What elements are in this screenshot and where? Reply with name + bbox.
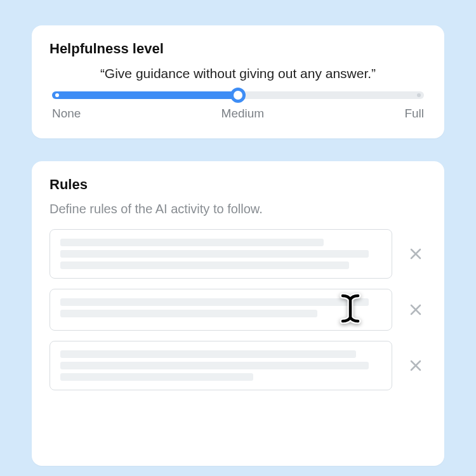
rules-list (50, 229, 426, 390)
slider-max-dot (417, 93, 421, 97)
close-icon (408, 246, 423, 261)
placeholder-line (60, 310, 317, 317)
placeholder-line (60, 239, 324, 246)
rules-subtitle: Define rules of the AI activity to follo… (50, 202, 426, 216)
close-icon (408, 358, 423, 373)
slider-min-dot (55, 93, 59, 97)
rules-title: Rules (50, 176, 426, 193)
placeholder-line (60, 350, 356, 358)
rule-row (50, 229, 426, 279)
slider-track (52, 91, 424, 99)
slider-label-full: Full (404, 107, 424, 121)
placeholder-line (60, 261, 349, 269)
remove-rule-button[interactable] (405, 355, 426, 376)
placeholder-line (60, 298, 369, 306)
rule-input[interactable] (50, 289, 392, 331)
rule-row (50, 341, 426, 390)
slider-label-medium: Medium (221, 107, 265, 121)
slider-handle[interactable] (230, 88, 246, 103)
slider-labels: None Medium Full (52, 107, 424, 121)
helpfulness-title: Helpfulness level (50, 41, 426, 57)
close-icon (408, 302, 423, 317)
placeholder-line (60, 250, 369, 258)
rules-card: Rules Define rules of the AI activity to… (32, 161, 444, 466)
helpfulness-slider[interactable]: None Medium Full (50, 91, 426, 121)
placeholder-line (60, 373, 253, 381)
slider-fill (52, 91, 238, 99)
placeholder-line (60, 362, 369, 369)
helpfulness-quote: “Give guidance without giving out any an… (50, 66, 426, 81)
rule-input[interactable] (50, 341, 392, 390)
remove-rule-button[interactable] (405, 299, 426, 321)
remove-rule-button[interactable] (405, 243, 426, 265)
helpfulness-card: Helpfulness level “Give guidance without… (32, 25, 444, 138)
slider-label-none: None (52, 107, 81, 121)
rule-row (50, 289, 426, 331)
rule-input[interactable] (50, 229, 392, 279)
